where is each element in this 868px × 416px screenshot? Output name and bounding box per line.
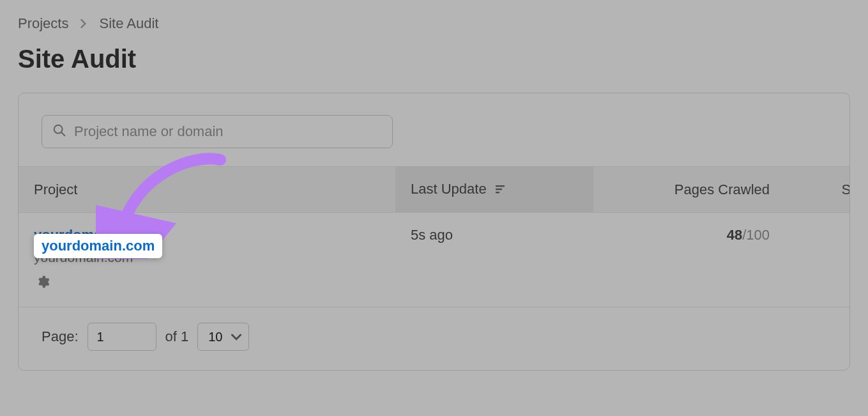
pagination-label: Page: xyxy=(42,328,79,345)
projects-card: Project Last Update Pages Crawled Site H… xyxy=(18,93,850,371)
cell-pages-crawled: 48/100 xyxy=(593,213,785,307)
annotation-highlight: yourdomain.com xyxy=(34,234,162,258)
per-page-select[interactable]: 10 xyxy=(197,323,249,351)
svg-rect-3 xyxy=(496,189,502,190)
pagination-of: of 1 xyxy=(165,328,189,345)
pages-crawled-done: 48 xyxy=(727,227,742,243)
per-page-wrap: 10 xyxy=(197,323,249,351)
search-input[interactable] xyxy=(74,123,382,140)
svg-rect-2 xyxy=(496,185,505,187)
col-last-update-label: Last Update xyxy=(411,181,487,197)
svg-line-1 xyxy=(61,132,65,135)
gear-icon[interactable] xyxy=(34,273,52,291)
svg-rect-4 xyxy=(496,192,499,193)
cell-last-update: 5s ago xyxy=(395,213,593,307)
col-last-update[interactable]: Last Update xyxy=(395,167,593,213)
breadcrumb-current: Site Audit xyxy=(99,15,158,32)
col-pages-crawled[interactable]: Pages Crawled xyxy=(593,167,785,213)
table-row: yourdomain.com yourdomain.com 5s ago 48/… xyxy=(19,213,849,307)
search-area xyxy=(19,93,849,166)
sort-desc-icon xyxy=(496,181,507,198)
search-icon xyxy=(52,123,66,140)
chevron-right-icon xyxy=(80,17,88,31)
breadcrumb: Projects Site Audit xyxy=(18,15,850,32)
search-box[interactable] xyxy=(42,115,393,148)
breadcrumb-projects[interactable]: Projects xyxy=(18,15,68,32)
pages-crawled-total: /100 xyxy=(742,227,770,243)
page-number-input[interactable] xyxy=(88,323,156,351)
col-site-health[interactable]: Site Health xyxy=(785,167,849,213)
cell-site-health: 93% 0% xyxy=(785,213,849,307)
page-title: Site Audit xyxy=(18,45,850,73)
table-header-row: Project Last Update Pages Crawled Site H… xyxy=(19,167,849,213)
site-health-sub: 0% xyxy=(800,243,849,260)
cell-project: yourdomain.com yourdomain.com xyxy=(19,213,395,307)
pagination: Page: of 1 10 xyxy=(19,307,849,370)
col-project[interactable]: Project xyxy=(19,167,395,213)
